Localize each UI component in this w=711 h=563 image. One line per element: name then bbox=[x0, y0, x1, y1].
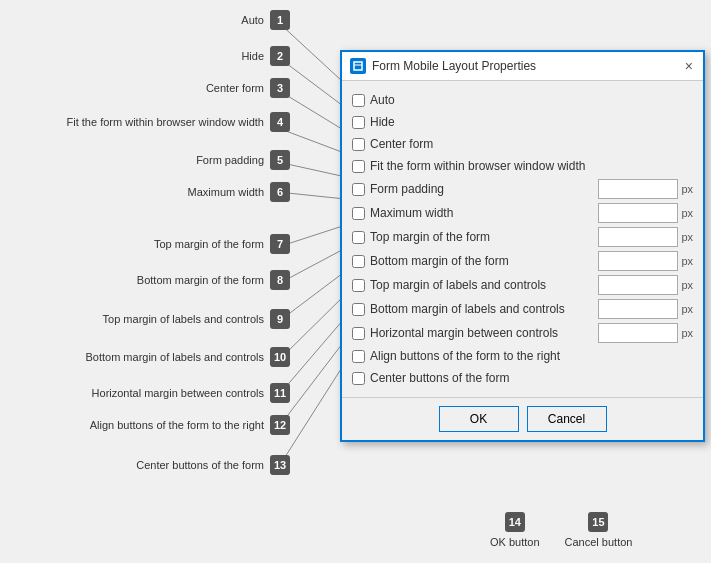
annotation-6: Maximum width 6 bbox=[0, 182, 290, 202]
checkbox-center-form[interactable] bbox=[352, 138, 365, 151]
checkbox-text-top-margin-labels: Top margin of labels and controls bbox=[370, 278, 546, 292]
checkbox-auto[interactable] bbox=[352, 94, 365, 107]
checkbox-label-fit-form[interactable]: Fit the form within browser window width bbox=[352, 159, 693, 173]
ann-badge-6: 6 bbox=[270, 182, 290, 202]
px-label-top-margin-labels: px bbox=[681, 279, 693, 291]
input-top-margin-labels[interactable] bbox=[598, 275, 678, 295]
ann-label-8: Bottom margin of the form bbox=[137, 273, 264, 287]
checkbox-label-center-form[interactable]: Center form bbox=[352, 137, 693, 151]
input-form-padding[interactable] bbox=[598, 179, 678, 199]
dialog-row-bottom-margin-labels: Bottom margin of labels and controls px bbox=[352, 297, 693, 321]
ann-badge-5: 5 bbox=[270, 150, 290, 170]
checkbox-text-form-padding: Form padding bbox=[370, 182, 444, 196]
ann-badge-3: 3 bbox=[270, 78, 290, 98]
input-group-bottom-margin-labels: px bbox=[598, 299, 693, 319]
checkbox-label-hide[interactable]: Hide bbox=[352, 115, 693, 129]
svg-rect-13 bbox=[354, 62, 362, 70]
px-label-max-width: px bbox=[681, 207, 693, 219]
input-group-top-margin-form: px bbox=[598, 227, 693, 247]
dialog-close-button[interactable]: × bbox=[683, 59, 695, 73]
dialog-row-align-buttons: Align buttons of the form to the right bbox=[352, 345, 693, 367]
dialog-row-top-margin-form: Top margin of the form px bbox=[352, 225, 693, 249]
ann-label-14: OK button bbox=[490, 536, 540, 548]
dialog-titlebar: Form Mobile Layout Properties × bbox=[342, 52, 703, 81]
annotation-11: Horizontal margin between controls 11 bbox=[0, 383, 290, 403]
dialog-title-text: Form Mobile Layout Properties bbox=[372, 59, 536, 73]
ann-label-6: Maximum width bbox=[188, 185, 264, 199]
px-label-bottom-margin-form: px bbox=[681, 255, 693, 267]
checkbox-label-align-buttons[interactable]: Align buttons of the form to the right bbox=[352, 349, 693, 363]
input-horizontal-margin[interactable] bbox=[598, 323, 678, 343]
checkbox-center-buttons[interactable] bbox=[352, 372, 365, 385]
checkbox-label-auto[interactable]: Auto bbox=[352, 93, 693, 107]
px-label-form-padding: px bbox=[681, 183, 693, 195]
input-group-bottom-margin-form: px bbox=[598, 251, 693, 271]
dialog-row-top-margin-labels: Top margin of labels and controls px bbox=[352, 273, 693, 297]
ann-label-1: Auto bbox=[241, 13, 264, 27]
checkbox-label-bottom-margin-form[interactable]: Bottom margin of the form bbox=[352, 254, 598, 268]
checkbox-bottom-margin-labels[interactable] bbox=[352, 303, 365, 316]
px-label-horizontal-margin: px bbox=[681, 327, 693, 339]
input-top-margin-form[interactable] bbox=[598, 227, 678, 247]
annotation-12: Align buttons of the form to the right 1… bbox=[0, 415, 290, 435]
checkbox-align-buttons[interactable] bbox=[352, 350, 365, 363]
checkbox-text-center-buttons: Center buttons of the form bbox=[370, 371, 509, 385]
checkbox-bottom-margin-form[interactable] bbox=[352, 255, 365, 268]
annotation-4: Fit the form within browser window width… bbox=[0, 112, 290, 132]
checkbox-label-bottom-margin-labels[interactable]: Bottom margin of labels and controls bbox=[352, 302, 598, 316]
ann-label-5: Form padding bbox=[196, 153, 264, 167]
ann-label-12: Align buttons of the form to the right bbox=[90, 418, 264, 432]
bottom-annotation-14: 14 OK button bbox=[490, 512, 540, 548]
ann-badge-1: 1 bbox=[270, 10, 290, 30]
checkbox-label-horizontal-margin[interactable]: Horizontal margin between controls bbox=[352, 326, 598, 340]
ann-label-9: Top margin of labels and controls bbox=[103, 312, 264, 326]
checkbox-top-margin-form[interactable] bbox=[352, 231, 365, 244]
input-bottom-margin-labels[interactable] bbox=[598, 299, 678, 319]
checkbox-label-top-margin-labels[interactable]: Top margin of labels and controls bbox=[352, 278, 598, 292]
px-label-top-margin-form: px bbox=[681, 231, 693, 243]
cancel-button[interactable]: Cancel bbox=[527, 406, 607, 432]
checkbox-form-padding[interactable] bbox=[352, 183, 365, 196]
input-max-width[interactable] bbox=[598, 203, 678, 223]
checkbox-max-width[interactable] bbox=[352, 207, 365, 220]
ann-badge-7: 7 bbox=[270, 234, 290, 254]
checkbox-text-align-buttons: Align buttons of the form to the right bbox=[370, 349, 560, 363]
input-group-form-padding: px bbox=[598, 179, 693, 199]
checkbox-hide[interactable] bbox=[352, 116, 365, 129]
annotation-9: Top margin of labels and controls 9 bbox=[0, 309, 290, 329]
dialog-row-center-form: Center form bbox=[352, 133, 693, 155]
ann-badge-8: 8 bbox=[270, 270, 290, 290]
ok-button[interactable]: OK bbox=[439, 406, 519, 432]
ann-badge-15: 15 bbox=[588, 512, 608, 532]
checkbox-text-hide: Hide bbox=[370, 115, 395, 129]
checkbox-top-margin-labels[interactable] bbox=[352, 279, 365, 292]
ann-badge-13: 13 bbox=[270, 455, 290, 475]
ann-label-4: Fit the form within browser window width bbox=[67, 115, 264, 129]
annotation-8: Bottom margin of the form 8 bbox=[0, 270, 290, 290]
checkbox-text-bottom-margin-form: Bottom margin of the form bbox=[370, 254, 509, 268]
ann-badge-9: 9 bbox=[270, 309, 290, 329]
annotation-7: Top margin of the form 7 bbox=[0, 234, 290, 254]
dialog-window: Form Mobile Layout Properties × Auto Hid… bbox=[340, 50, 705, 442]
dialog-row-auto: Auto bbox=[352, 89, 693, 111]
input-bottom-margin-form[interactable] bbox=[598, 251, 678, 271]
ann-label-13: Center buttons of the form bbox=[136, 458, 264, 472]
checkbox-text-bottom-margin-labels: Bottom margin of labels and controls bbox=[370, 302, 565, 316]
annotation-2: Hide 2 bbox=[0, 46, 290, 66]
checkbox-horizontal-margin[interactable] bbox=[352, 327, 365, 340]
checkbox-label-max-width[interactable]: Maximum width bbox=[352, 206, 598, 220]
annotation-1: Auto 1 bbox=[0, 10, 290, 30]
input-group-horizontal-margin: px bbox=[598, 323, 693, 343]
annotation-area: Auto 1 Hide 2 Center form 3 Fit the form… bbox=[0, 0, 290, 563]
dialog-title-area: Form Mobile Layout Properties bbox=[350, 58, 536, 74]
ann-label-2: Hide bbox=[241, 49, 264, 63]
dialog-icon bbox=[350, 58, 366, 74]
checkbox-fit-form[interactable] bbox=[352, 160, 365, 173]
checkbox-label-top-margin-form[interactable]: Top margin of the form bbox=[352, 230, 598, 244]
dialog-row-fit-form: Fit the form within browser window width bbox=[352, 155, 693, 177]
checkbox-text-top-margin-form: Top margin of the form bbox=[370, 230, 490, 244]
checkbox-label-form-padding[interactable]: Form padding bbox=[352, 182, 598, 196]
input-group-top-margin-labels: px bbox=[598, 275, 693, 295]
ann-label-10: Bottom margin of labels and controls bbox=[85, 350, 264, 364]
checkbox-label-center-buttons[interactable]: Center buttons of the form bbox=[352, 371, 693, 385]
